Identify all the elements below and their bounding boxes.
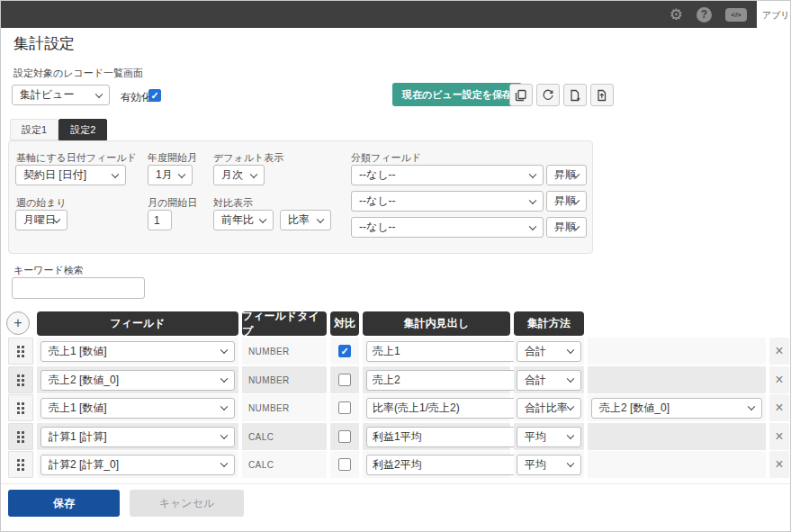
drag-dots-icon <box>17 346 20 348</box>
fiscal-start-value: 1月 <box>156 167 173 183</box>
category-select-3[interactable]: --なし-- <box>351 217 544 238</box>
delete-row-button[interactable]: × <box>769 366 789 393</box>
compare-mode-select[interactable]: 前年比 <box>213 210 274 230</box>
field-select[interactable]: 計算1 [計算] <box>40 427 235 447</box>
settings-gear-icon[interactable]: ⚙ <box>670 7 683 23</box>
basis-date-value: 契約日 [日付] <box>23 167 86 183</box>
tab-settings-1[interactable]: 設定1 <box>10 119 58 140</box>
top-bar: ⚙ ? </> <box>1 1 790 28</box>
enable-checkbox[interactable] <box>148 89 161 102</box>
category-value-1: --なし-- <box>359 167 396 183</box>
method-value: 合計 <box>525 373 546 388</box>
default-view-label: デフォルト表示 <box>213 151 283 165</box>
field-select[interactable]: 売上2 [数値_0] <box>40 370 235 391</box>
category-field-label: 分類フィールド <box>351 151 421 165</box>
denominator-cell <box>588 338 766 365</box>
drag-handle[interactable] <box>8 394 33 421</box>
page-title: 集計設定 <box>13 33 75 54</box>
sort-order-value-2: 昇順 <box>554 194 576 209</box>
default-view-select[interactable]: 月次 <box>213 165 265 185</box>
field-value: 売上1 [数値] <box>49 401 107 416</box>
category-select-1[interactable]: --なし-- <box>351 165 544 185</box>
copy-view-button[interactable] <box>509 84 533 106</box>
field-select[interactable]: 売上1 [数値] <box>40 398 235 419</box>
enable-label: 有効化 <box>121 91 152 104</box>
sort-order-select-3[interactable]: 昇順 <box>546 217 587 238</box>
corner-app-label: アプリ内 <box>757 1 790 28</box>
drag-handle[interactable] <box>8 366 33 393</box>
method-select[interactable]: 平均 <box>517 455 581 475</box>
heading-input[interactable] <box>366 341 518 362</box>
settings-panel: 基軸にする日付フィールド 契約日 [日付] 年度開始月 1月 デフォルト表示 月… <box>8 140 593 254</box>
sort-order-select-1[interactable]: 昇順 <box>546 165 587 185</box>
export-view-button[interactable] <box>563 84 587 106</box>
compare-format-value: 比率 <box>288 212 310 228</box>
fiscal-start-select[interactable]: 1月 <box>148 165 193 185</box>
column-header-heading: 集計内見出し <box>363 311 510 336</box>
basis-date-label: 基軸にする日付フィールド <box>16 151 137 165</box>
save-view-settings-button[interactable]: 現在のビュー設定を保存 <box>392 83 522 106</box>
heading-input[interactable] <box>366 455 518 475</box>
compare-format-select[interactable]: 比率 <box>280 210 331 230</box>
delete-row-button[interactable]: × <box>769 338 789 365</box>
reset-view-button[interactable] <box>536 84 560 106</box>
drag-handle[interactable] <box>8 423 33 450</box>
delete-row-button[interactable]: × <box>769 451 789 478</box>
denominator-cell <box>588 366 766 393</box>
field-value: 計算1 [計算] <box>49 429 107 445</box>
denominator-value: 売上2 [数値_0] <box>599 401 670 416</box>
field-type-text: NUMBER <box>242 366 327 393</box>
compare-checkbox[interactable] <box>338 374 351 386</box>
method-value: 平均 <box>525 457 546 473</box>
app-settings-page: ⚙ ? </> アプリ内 集計設定 設定対象のレコード一覧画面 集計ビュー 有効… <box>0 0 791 532</box>
save-button[interactable]: 保存 <box>8 490 120 517</box>
compare-checkbox[interactable] <box>338 430 351 443</box>
refresh-icon <box>542 89 554 102</box>
drag-dots-icon <box>17 459 20 462</box>
keyword-search-input[interactable] <box>12 277 145 299</box>
week-start-select[interactable]: 月曜日 <box>15 210 67 230</box>
field-type-text: NUMBER <box>242 394 327 421</box>
drag-dots-icon <box>17 374 20 377</box>
heading-input[interactable] <box>366 370 518 391</box>
drag-dots-icon <box>17 402 20 405</box>
delete-row-button[interactable]: × <box>769 394 789 421</box>
cancel-button[interactable]: キャンセル <box>130 490 244 517</box>
compare-checkbox[interactable] <box>338 401 351 414</box>
compare-checkbox[interactable] <box>338 458 351 471</box>
denominator-cell: 売上2 [数値_0] <box>588 394 766 421</box>
denominator-select[interactable]: 売上2 [数値_0] <box>591 398 762 419</box>
basis-date-select[interactable]: 契約日 [日付] <box>15 165 126 185</box>
week-start-label: 週の始まり <box>16 196 67 210</box>
field-type-text: NUMBER <box>242 338 327 365</box>
add-row-button[interactable]: + <box>6 311 30 335</box>
tab-settings-2[interactable]: 設定2 <box>58 119 107 140</box>
file-upload-icon <box>596 89 608 102</box>
heading-input[interactable] <box>366 398 518 419</box>
drag-handle[interactable] <box>8 451 33 478</box>
table-row: 計算2 [計算_0] CALC 平均 × <box>8 451 789 478</box>
method-select[interactable]: 平均 <box>517 427 581 447</box>
field-select[interactable]: 計算2 [計算_0] <box>40 455 235 475</box>
help-icon[interactable]: ? <box>697 7 712 23</box>
code-icon[interactable]: </> <box>725 8 747 22</box>
compare-mode-value: 前年比 <box>221 212 254 228</box>
month-start-input[interactable] <box>148 210 172 230</box>
method-select[interactable]: 合計 <box>517 341 581 362</box>
denominator-cell <box>588 423 766 450</box>
import-view-button[interactable] <box>590 84 614 106</box>
delete-row-button[interactable]: × <box>769 423 789 450</box>
table-header: フィールド フィールドタイプ 対比 集計内見出し 集計方法 <box>37 311 584 336</box>
method-select[interactable]: 合計 <box>517 370 581 391</box>
method-select[interactable]: 合計比率 <box>517 398 581 419</box>
sort-order-select-2[interactable]: 昇順 <box>546 191 587 212</box>
target-view-select[interactable]: 集計ビュー <box>12 85 110 105</box>
heading-input[interactable] <box>366 427 518 447</box>
copy-icon <box>515 89 527 102</box>
field-select[interactable]: 売上1 [数値] <box>40 341 235 362</box>
category-select-2[interactable]: --なし-- <box>351 191 544 212</box>
drag-handle[interactable] <box>8 338 33 365</box>
compare-checkbox[interactable] <box>338 345 351 357</box>
field-value: 売上2 [数値_0] <box>49 373 119 388</box>
keyword-search-label: キーワード検索 <box>13 264 84 277</box>
